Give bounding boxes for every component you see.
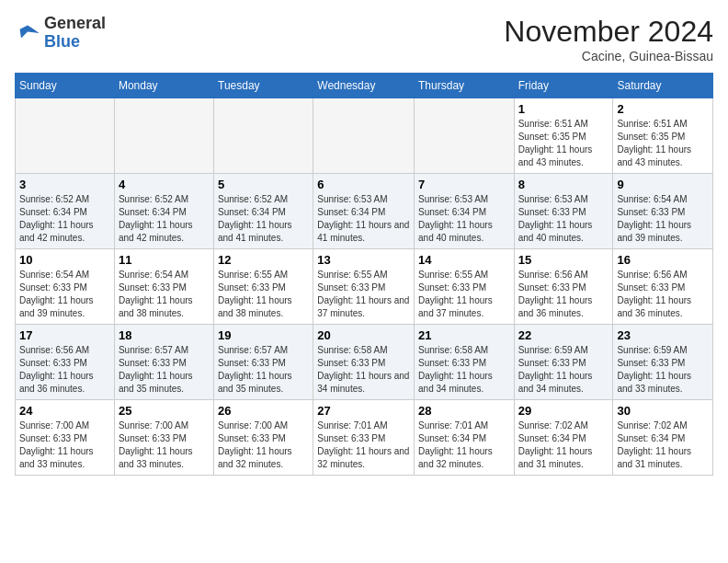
calendar-cell: 4Sunrise: 6:52 AM Sunset: 6:34 PM Daylig… xyxy=(114,174,213,249)
day-number: 18 xyxy=(119,328,210,342)
day-number: 4 xyxy=(119,178,210,191)
day-info: Sunrise: 6:55 AM Sunset: 6:33 PM Dayligh… xyxy=(317,269,410,320)
calendar-cell: 2Sunrise: 6:51 AM Sunset: 6:35 PM Daylig… xyxy=(613,98,713,174)
day-header-saturday: Saturday xyxy=(613,74,713,98)
day-number: 29 xyxy=(518,404,609,418)
svg-marker-0 xyxy=(20,25,40,38)
day-info: Sunrise: 7:02 AM Sunset: 6:34 PM Dayligh… xyxy=(518,419,609,471)
page-header: General Blue November 2024 Cacine, Guine… xyxy=(15,15,713,63)
day-info: Sunrise: 6:55 AM Sunset: 6:33 PM Dayligh… xyxy=(418,269,510,320)
day-number: 10 xyxy=(19,253,110,267)
day-info: Sunrise: 6:53 AM Sunset: 6:33 PM Dayligh… xyxy=(518,193,609,245)
calendar-cell: 21Sunrise: 6:58 AM Sunset: 6:33 PM Dayli… xyxy=(415,325,515,400)
calendar-cell: 28Sunrise: 7:01 AM Sunset: 6:34 PM Dayli… xyxy=(415,400,515,476)
day-info: Sunrise: 6:54 AM Sunset: 6:33 PM Dayligh… xyxy=(19,269,110,320)
day-info: Sunrise: 6:57 AM Sunset: 6:33 PM Dayligh… xyxy=(119,344,210,396)
day-number: 25 xyxy=(119,404,210,418)
calendar-cell: 24Sunrise: 7:00 AM Sunset: 6:33 PM Dayli… xyxy=(16,400,115,476)
day-info: Sunrise: 6:57 AM Sunset: 6:33 PM Dayligh… xyxy=(218,344,309,396)
calendar-cell: 20Sunrise: 6:58 AM Sunset: 6:33 PM Dayli… xyxy=(313,325,415,400)
day-info: Sunrise: 7:00 AM Sunset: 6:33 PM Dayligh… xyxy=(218,419,309,471)
calendar-cell: 15Sunrise: 6:56 AM Sunset: 6:33 PM Dayli… xyxy=(514,249,613,325)
day-number: 17 xyxy=(19,328,110,342)
day-info: Sunrise: 6:52 AM Sunset: 6:34 PM Dayligh… xyxy=(19,193,110,245)
day-info: Sunrise: 6:53 AM Sunset: 6:34 PM Dayligh… xyxy=(317,193,410,245)
calendar-week-row: 17Sunrise: 6:56 AM Sunset: 6:33 PM Dayli… xyxy=(16,325,713,400)
day-number: 20 xyxy=(317,328,410,342)
day-number: 28 xyxy=(418,404,510,418)
calendar-cell xyxy=(214,98,313,174)
day-number: 9 xyxy=(617,178,709,191)
day-number: 16 xyxy=(617,253,709,267)
day-number: 11 xyxy=(119,253,210,267)
day-header-monday: Monday xyxy=(114,74,213,98)
calendar-cell: 11Sunrise: 6:54 AM Sunset: 6:33 PM Dayli… xyxy=(114,249,213,325)
day-info: Sunrise: 6:52 AM Sunset: 6:34 PM Dayligh… xyxy=(218,193,309,245)
day-header-friday: Friday xyxy=(514,74,613,98)
title-section: November 2024 Cacine, Guinea-Bissau xyxy=(504,15,713,63)
day-info: Sunrise: 7:01 AM Sunset: 6:33 PM Dayligh… xyxy=(317,419,410,471)
calendar-cell: 10Sunrise: 6:54 AM Sunset: 6:33 PM Dayli… xyxy=(16,249,115,325)
day-info: Sunrise: 6:56 AM Sunset: 6:33 PM Dayligh… xyxy=(518,269,609,320)
day-info: Sunrise: 6:56 AM Sunset: 6:33 PM Dayligh… xyxy=(617,269,709,320)
day-number: 12 xyxy=(218,253,309,267)
day-info: Sunrise: 6:58 AM Sunset: 6:33 PM Dayligh… xyxy=(317,344,410,396)
day-number: 22 xyxy=(518,328,609,342)
calendar-cell: 1Sunrise: 6:51 AM Sunset: 6:35 PM Daylig… xyxy=(514,98,613,174)
day-info: Sunrise: 7:01 AM Sunset: 6:34 PM Dayligh… xyxy=(418,419,510,471)
calendar-cell: 7Sunrise: 6:53 AM Sunset: 6:34 PM Daylig… xyxy=(415,174,515,249)
day-info: Sunrise: 7:00 AM Sunset: 6:33 PM Dayligh… xyxy=(119,419,210,471)
day-info: Sunrise: 6:55 AM Sunset: 6:33 PM Dayligh… xyxy=(218,269,309,320)
logo-general-text: General xyxy=(44,14,106,32)
day-info: Sunrise: 6:53 AM Sunset: 6:34 PM Dayligh… xyxy=(418,193,510,245)
day-number: 2 xyxy=(617,102,709,116)
day-number: 24 xyxy=(19,404,110,418)
calendar-cell: 8Sunrise: 6:53 AM Sunset: 6:33 PM Daylig… xyxy=(514,174,613,249)
calendar-week-row: 24Sunrise: 7:00 AM Sunset: 6:33 PM Dayli… xyxy=(16,400,713,476)
day-number: 14 xyxy=(418,253,510,267)
calendar-cell: 30Sunrise: 7:02 AM Sunset: 6:34 PM Dayli… xyxy=(613,400,713,476)
calendar-cell: 16Sunrise: 6:56 AM Sunset: 6:33 PM Dayli… xyxy=(613,249,713,325)
day-info: Sunrise: 7:02 AM Sunset: 6:34 PM Dayligh… xyxy=(617,419,709,471)
calendar-cell: 13Sunrise: 6:55 AM Sunset: 6:33 PM Dayli… xyxy=(313,249,415,325)
day-header-wednesday: Wednesday xyxy=(313,74,415,98)
day-info: Sunrise: 6:58 AM Sunset: 6:33 PM Dayligh… xyxy=(418,344,510,396)
day-info: Sunrise: 6:54 AM Sunset: 6:33 PM Dayligh… xyxy=(119,269,210,320)
day-number: 5 xyxy=(218,178,309,191)
calendar-cell: 9Sunrise: 6:54 AM Sunset: 6:33 PM Daylig… xyxy=(613,174,713,249)
day-header-thursday: Thursday xyxy=(415,74,515,98)
calendar-table: SundayMondayTuesdayWednesdayThursdayFrid… xyxy=(15,73,713,476)
logo-blue-text: Blue xyxy=(44,32,80,51)
day-number: 26 xyxy=(218,404,309,418)
calendar-cell: 29Sunrise: 7:02 AM Sunset: 6:34 PM Dayli… xyxy=(514,400,613,476)
calendar-cell: 27Sunrise: 7:01 AM Sunset: 6:33 PM Dayli… xyxy=(313,400,415,476)
calendar-cell xyxy=(114,98,213,174)
day-info: Sunrise: 6:54 AM Sunset: 6:33 PM Dayligh… xyxy=(617,193,709,245)
calendar-week-row: 10Sunrise: 6:54 AM Sunset: 6:33 PM Dayli… xyxy=(16,249,713,325)
calendar-header-row: SundayMondayTuesdayWednesdayThursdayFrid… xyxy=(16,74,713,98)
calendar-cell: 26Sunrise: 7:00 AM Sunset: 6:33 PM Dayli… xyxy=(214,400,313,476)
day-number: 8 xyxy=(518,178,609,191)
day-info: Sunrise: 6:52 AM Sunset: 6:34 PM Dayligh… xyxy=(119,193,210,245)
logo-bird-icon xyxy=(15,20,40,46)
calendar-week-row: 3Sunrise: 6:52 AM Sunset: 6:34 PM Daylig… xyxy=(16,174,713,249)
day-info: Sunrise: 6:56 AM Sunset: 6:33 PM Dayligh… xyxy=(19,344,110,396)
day-number: 19 xyxy=(218,328,309,342)
calendar-cell: 25Sunrise: 7:00 AM Sunset: 6:33 PM Dayli… xyxy=(114,400,213,476)
day-info: Sunrise: 6:51 AM Sunset: 6:35 PM Dayligh… xyxy=(518,118,609,169)
day-number: 7 xyxy=(418,178,510,191)
day-number: 30 xyxy=(617,404,709,418)
day-number: 15 xyxy=(518,253,609,267)
calendar-cell: 17Sunrise: 6:56 AM Sunset: 6:33 PM Dayli… xyxy=(16,325,115,400)
location-subtitle: Cacine, Guinea-Bissau xyxy=(504,49,713,63)
day-number: 1 xyxy=(518,102,609,116)
day-number: 13 xyxy=(317,253,410,267)
day-header-tuesday: Tuesday xyxy=(214,74,313,98)
day-number: 21 xyxy=(418,328,510,342)
month-title: November 2024 xyxy=(504,15,713,49)
calendar-cell: 12Sunrise: 6:55 AM Sunset: 6:33 PM Dayli… xyxy=(214,249,313,325)
calendar-cell: 3Sunrise: 6:52 AM Sunset: 6:34 PM Daylig… xyxy=(16,174,115,249)
day-number: 6 xyxy=(317,178,410,191)
calendar-week-row: 1Sunrise: 6:51 AM Sunset: 6:35 PM Daylig… xyxy=(16,98,713,174)
calendar-cell: 19Sunrise: 6:57 AM Sunset: 6:33 PM Dayli… xyxy=(214,325,313,400)
